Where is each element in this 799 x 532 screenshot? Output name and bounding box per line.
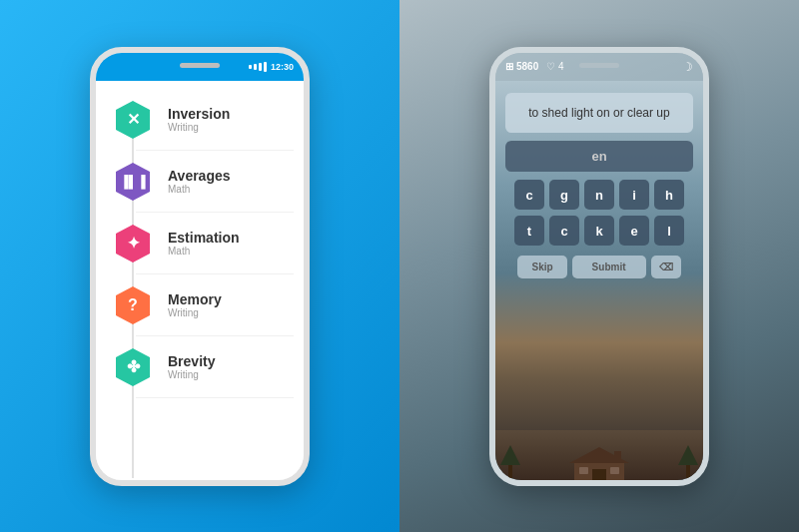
hex-icon-inversion: ✕ (112, 99, 154, 141)
score-value: 5860 (516, 61, 538, 72)
right-panel: ⊞ 5860 ♡ 4 ☽ to shed light on or clear u… (400, 0, 799, 532)
hex-icon-brevity: ✤ (112, 346, 154, 388)
key-k[interactable]: k (584, 216, 614, 246)
clue-text: to shed light on or clear up (528, 106, 669, 120)
menu-text-averages: Averages Math (168, 168, 231, 195)
menu-subtitle-brevity: Writing (168, 369, 215, 380)
score-display: ⊞ 5860 (505, 61, 538, 72)
menu-title-inversion: Inversion (168, 106, 230, 122)
menu-subtitle-estimation: Math (168, 246, 240, 257)
key-l[interactable]: l (654, 216, 684, 246)
svg-rect-9 (579, 467, 588, 474)
key-n[interactable]: n (584, 180, 614, 210)
svg-rect-11 (508, 465, 512, 480)
menu-item-memory[interactable]: ? Memory Writing (96, 274, 304, 336)
svg-marker-14 (678, 445, 698, 465)
hex-icon-memory: ? (112, 284, 154, 326)
menu-title-memory: Memory (168, 291, 222, 307)
answer-box: en (505, 141, 693, 172)
action-row: Skip Submit ⌫ (505, 256, 693, 278)
left-panel: 12:30 ✕ Inversion Writing (0, 0, 400, 532)
svg-rect-13 (686, 465, 690, 480)
submit-button[interactable]: Submit (572, 256, 646, 278)
menu-subtitle-memory: Writing (168, 307, 222, 318)
left-phone-content: ✕ Inversion Writing ▐▌▐ Averages Math (96, 81, 304, 480)
key-row-1: c g n i h (505, 180, 693, 210)
key-c2[interactable]: c (549, 216, 579, 246)
menu-title-estimation: Estimation (168, 230, 240, 246)
skip-button[interactable]: Skip (517, 256, 566, 278)
icon-symbol-brevity: ✤ (127, 357, 140, 376)
clue-box: to shed light on or clear up (505, 93, 693, 134)
grid-icon: ⊞ (505, 61, 513, 72)
menu-text-memory: Memory Writing (168, 291, 222, 318)
menu-subtitle-inversion: Writing (168, 122, 230, 133)
key-t[interactable]: t (514, 216, 544, 246)
key-c[interactable]: c (514, 180, 544, 210)
icon-symbol-inversion: ✕ (127, 110, 140, 129)
tree-right (678, 445, 698, 480)
menu-title-averages: Averages (168, 168, 231, 184)
moon-icon: ☽ (682, 60, 693, 74)
right-phone: ⊞ 5860 ♡ 4 ☽ to shed light on or clear u… (489, 47, 709, 486)
icon-symbol-estimation: ✦ (127, 234, 140, 253)
menu-item-estimation[interactable]: ✦ Estimation Math (96, 213, 304, 274)
house-silhouette (559, 445, 639, 480)
menu-subtitle-averages: Math (168, 184, 231, 195)
signal-bar-3 (259, 63, 262, 71)
menu-text-inversion: Inversion Writing (168, 106, 230, 133)
icon-symbol-memory: ? (128, 296, 138, 314)
svg-rect-7 (592, 469, 606, 480)
scenic-bottom (495, 430, 703, 480)
menu-title-brevity: Brevity (168, 353, 215, 369)
key-i[interactable]: i (619, 180, 649, 210)
left-status-bar: 12:30 (96, 53, 304, 81)
key-e[interactable]: e (619, 216, 649, 246)
answer-text: en (591, 149, 606, 164)
right-phone-content: to shed light on or clear up en c g n i … (495, 81, 703, 430)
signal-bar-1 (249, 65, 252, 69)
icon-symbol-averages: ▐▌▐ (120, 175, 146, 189)
hearts-display: ♡ 4 (546, 61, 563, 72)
keyboard: c g n i h t c k e l (505, 180, 693, 246)
delete-button[interactable]: ⌫ (651, 256, 681, 278)
svg-rect-8 (614, 451, 621, 463)
signal-bar-2 (254, 64, 257, 70)
menu-item-brevity[interactable]: ✤ Brevity Writing (96, 336, 304, 398)
status-time: 12:30 (271, 62, 294, 72)
key-row-2: t c k e l (505, 216, 693, 246)
signal-bar-4 (264, 62, 267, 72)
svg-marker-12 (500, 445, 520, 465)
hex-icon-averages: ▐▌▐ (112, 161, 154, 203)
key-g[interactable]: g (549, 180, 579, 210)
key-h[interactable]: h (654, 180, 684, 210)
menu-item-averages[interactable]: ▐▌▐ Averages Math (96, 151, 304, 213)
svg-rect-10 (610, 467, 619, 474)
menu-text-estimation: Estimation Math (168, 230, 240, 257)
left-phone: 12:30 ✕ Inversion Writing (90, 47, 310, 486)
hex-icon-estimation: ✦ (112, 223, 154, 265)
signal-icons (249, 62, 267, 72)
right-status-bar: ⊞ 5860 ♡ 4 ☽ (495, 53, 703, 81)
menu-item-inversion[interactable]: ✕ Inversion Writing (96, 89, 304, 151)
hearts-count: 4 (558, 61, 564, 72)
tree-left (500, 445, 520, 480)
menu-text-brevity: Brevity Writing (168, 353, 215, 380)
